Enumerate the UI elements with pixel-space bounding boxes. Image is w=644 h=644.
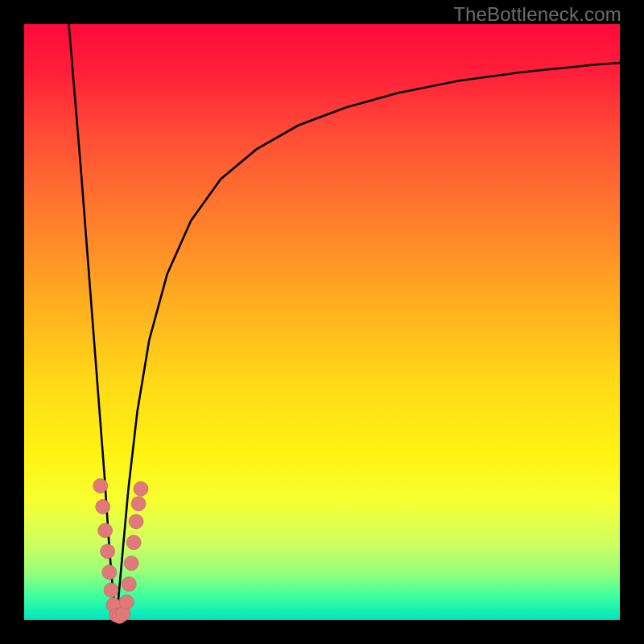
data-point: [101, 544, 115, 559]
scatter-points: [93, 479, 148, 624]
data-point: [131, 497, 146, 511]
data-point: [122, 577, 136, 592]
data-point: [93, 479, 108, 493]
data-point: [96, 499, 110, 514]
chart-svg: [24, 24, 620, 620]
curve-right-branch: [117, 63, 620, 620]
data-point: [104, 583, 118, 597]
watermark-text: TheBottleneck.com: [453, 3, 621, 26]
data-point: [124, 556, 138, 571]
data-point: [102, 565, 117, 580]
outer-frame: TheBottleneck.com: [0, 0, 644, 644]
data-point: [119, 595, 134, 609]
data-point: [129, 514, 143, 529]
data-point: [126, 535, 141, 550]
data-point: [98, 523, 113, 538]
chart-plot-area: [24, 24, 620, 620]
data-point: [134, 481, 148, 496]
